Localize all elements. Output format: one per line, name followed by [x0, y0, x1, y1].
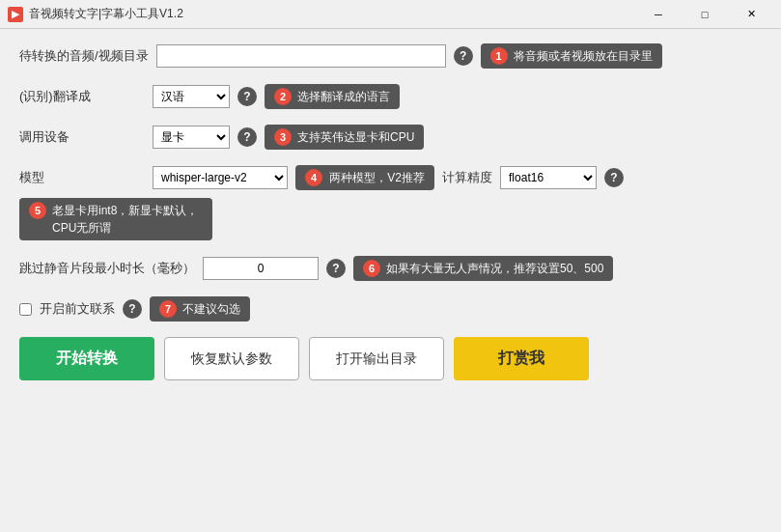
silence-tooltip-text: 如果有大量无人声情况，推荐设置50、500 — [386, 261, 603, 277]
device-badge: 3 — [274, 128, 292, 146]
context-tooltip-text: 不建议勾选 — [182, 301, 240, 318]
device-row: 调用设备 显卡 CPU ? 3 支持英伟达显卡和CPU — [19, 125, 762, 150]
start-button[interactable]: 开始转换 — [19, 337, 154, 380]
device-help-button[interactable]: ? — [237, 127, 257, 147]
context-label: 开启前文联系 — [40, 300, 115, 318]
dir-row: 待转换的音频/视频目录 ? 1 将音频或者视频放在目录里 — [19, 43, 762, 69]
lang-select[interactable]: 汉语 English 日本語 한국어 — [153, 85, 230, 108]
precision-select[interactable]: float16 int8 float32 — [500, 166, 597, 189]
precision-badge: 5 — [29, 202, 46, 219]
window-controls: ─ □ ✕ — [636, 1, 773, 28]
silence-badge: 6 — [363, 260, 380, 277]
precision-tooltip: 5 老显卡用int8，新显卡默认，CPU无所谓 — [19, 198, 212, 240]
context-tooltip: 7 不建议勾选 — [150, 296, 250, 322]
open-button[interactable]: 打开输出目录 — [309, 337, 444, 380]
dir-input[interactable] — [156, 44, 446, 68]
reset-button[interactable]: 恢复默认参数 — [164, 337, 299, 380]
minimize-button[interactable]: ─ — [636, 1, 681, 28]
lang-tooltip-text: 选择翻译成的语言 — [297, 89, 390, 105]
model-label: 模型 — [19, 169, 145, 186]
device-tooltip: 3 支持英伟达显卡和CPU — [265, 125, 424, 150]
dir-badge: 1 — [490, 47, 508, 65]
dir-help-button[interactable]: ? — [454, 46, 473, 66]
device-select[interactable]: 显卡 CPU — [153, 126, 230, 149]
lang-label: (识别)翻译成 — [19, 88, 145, 105]
precision-tooltip-text: 老显卡用int8，新显卡默认，CPU无所谓 — [52, 202, 203, 237]
precision-help-button[interactable]: ? — [604, 168, 624, 187]
context-badge: 7 — [159, 300, 177, 318]
app-icon: ▶ — [8, 7, 23, 22]
window-title: 音视频转文字|字幕小工具V1.2 — [29, 6, 636, 22]
lang-badge: 2 — [274, 88, 292, 105]
lang-help-button[interactable]: ? — [237, 87, 257, 106]
device-label: 调用设备 — [19, 128, 145, 146]
model-badge: 4 — [305, 169, 322, 186]
model-select[interactable]: whisper-large-v2 whisper-large-v3 — [153, 166, 288, 189]
silence-help-button[interactable]: ? — [326, 259, 346, 278]
maximize-button[interactable]: □ — [683, 1, 727, 28]
context-checkbox[interactable] — [19, 303, 32, 316]
context-row: 开启前文联系 ? 7 不建议勾选 — [19, 296, 762, 322]
main-content: 待转换的音频/视频目录 ? 1 将音频或者视频放在目录里 (识别)翻译成 汉语 … — [0, 29, 781, 395]
dir-tooltip-text: 将音频或者视频放在目录里 — [514, 48, 653, 65]
button-row: 开始转换 恢复默认参数 打开输出目录 打赏我 — [19, 337, 762, 380]
silence-tooltip: 6 如果有大量无人声情况，推荐设置50、500 — [353, 256, 613, 281]
precision-label: 计算精度 — [442, 169, 492, 186]
close-button[interactable]: ✕ — [729, 1, 773, 28]
reward-button[interactable]: 打赏我 — [454, 337, 589, 380]
model-row: 模型 whisper-large-v2 whisper-large-v3 4 两… — [19, 165, 762, 240]
model-tooltip: 4 两种模型，V2推荐 — [295, 165, 434, 190]
lang-row: (识别)翻译成 汉语 English 日本語 한국어 ? 2 选择翻译成的语言 — [19, 84, 762, 109]
silence-row: 跳过静音片段最小时长（毫秒） ? 6 如果有大量无人声情况，推荐设置50、500 — [19, 256, 762, 281]
device-tooltip-text: 支持英伟达显卡和CPU — [297, 129, 414, 146]
context-help-button[interactable]: ? — [123, 299, 142, 319]
silence-label: 跳过静音片段最小时长（毫秒） — [19, 260, 195, 277]
dir-tooltip: 1 将音频或者视频放在目录里 — [481, 43, 662, 69]
model-tooltip-text: 两种模型，V2推荐 — [329, 171, 425, 184]
dir-label: 待转换的音频/视频目录 — [19, 47, 149, 65]
silence-input[interactable] — [203, 257, 319, 280]
lang-tooltip: 2 选择翻译成的语言 — [265, 84, 400, 109]
title-bar: ▶ 音视频转文字|字幕小工具V1.2 ─ □ ✕ — [0, 0, 781, 29]
